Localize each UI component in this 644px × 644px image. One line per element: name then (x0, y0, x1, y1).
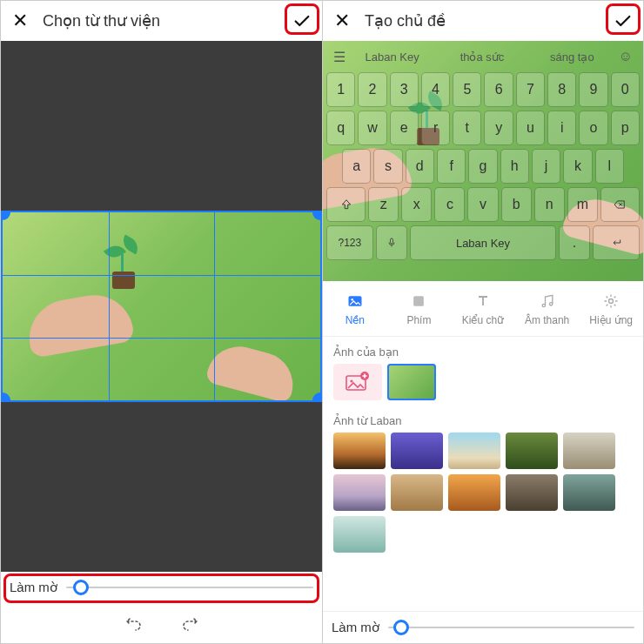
crop-handle-bl[interactable] (1, 392, 10, 402)
confirm-button-right[interactable] (612, 10, 634, 32)
laban-thumb[interactable] (391, 474, 443, 511)
laban-thumb[interactable] (448, 474, 500, 511)
section-laban-images: Ảnh từ Laban (323, 406, 643, 433)
crop-handle-tl[interactable] (1, 211, 10, 220)
menu-icon[interactable]: ☰ (332, 49, 347, 65)
key-3[interactable]: 3 (390, 72, 419, 107)
undo-button[interactable] (124, 611, 144, 635)
tab-sound[interactable]: Âm thanh (515, 281, 580, 336)
key-b[interactable]: b (501, 187, 532, 222)
laban-thumb[interactable] (391, 433, 443, 469)
crop-handle-tr[interactable] (312, 211, 322, 220)
laban-thumbs (323, 433, 643, 558)
section-user-images: Ảnh của bạn (323, 337, 643, 364)
key-d[interactable]: d (406, 149, 434, 184)
key-f[interactable]: f (437, 149, 466, 184)
key-q[interactable]: q (326, 111, 355, 145)
key-4[interactable]: 4 (421, 72, 450, 107)
key-g[interactable]: g (468, 149, 497, 184)
laban-thumb[interactable] (333, 516, 386, 553)
emoji-icon[interactable]: ☺ (617, 49, 634, 64)
blur-slider-right[interactable] (388, 619, 634, 636)
close-icon[interactable]: ✕ (10, 10, 30, 32)
key-mic[interactable] (376, 225, 407, 260)
user-thumb-1[interactable] (387, 364, 436, 400)
undo-redo-row (1, 603, 322, 643)
crop-handle-br[interactable] (312, 392, 322, 402)
music-icon (539, 292, 556, 310)
key-1[interactable]: 1 (326, 72, 355, 107)
key-9[interactable]: 9 (579, 72, 607, 107)
key-a[interactable]: a (342, 149, 371, 184)
add-image-icon (345, 372, 370, 392)
key-2[interactable]: 2 (358, 72, 386, 107)
key-u[interactable]: u (516, 111, 545, 145)
laban-thumb[interactable] (563, 433, 615, 469)
key-row-1: 1234567890 (323, 72, 643, 107)
blur-slider-left[interactable] (66, 579, 313, 596)
key-8[interactable]: 8 (547, 72, 576, 107)
key-7[interactable]: 7 (516, 72, 545, 107)
suggestion-3[interactable]: sáng tạo (527, 50, 617, 64)
key-y[interactable]: y (484, 111, 513, 145)
key-e[interactable]: e (390, 111, 419, 145)
shift-icon (340, 198, 352, 211)
key-0[interactable]: 0 (611, 72, 640, 107)
slider-thumb-left[interactable] (73, 580, 89, 595)
key-enter[interactable] (593, 225, 640, 260)
key-mode[interactable]: ?123 (326, 225, 373, 260)
tab-background[interactable]: Nền (323, 281, 387, 336)
tab-effects[interactable]: Hiệu ứng (579, 281, 643, 336)
key-s[interactable]: s (373, 149, 402, 184)
key-w[interactable]: w (358, 111, 386, 145)
topbar-left: ✕ Chọn từ thư viện (1, 1, 322, 41)
key-space[interactable]: Laban Key (410, 225, 556, 260)
tab-font[interactable]: Kiểu chữ (451, 281, 515, 336)
key-dot[interactable]: . (559, 225, 590, 260)
sparkle-icon (602, 292, 620, 310)
key-row-3: asdfghjkl (323, 149, 643, 184)
theme-tabs: Nền Phím Kiểu chữ Âm thanh Hiệu ứng (323, 281, 643, 337)
laban-thumb[interactable] (563, 474, 615, 511)
laban-thumb[interactable] (333, 433, 386, 469)
key-row-4: zxcvbnm (323, 187, 643, 222)
key-x[interactable]: x (401, 187, 432, 222)
key-5[interactable]: 5 (453, 72, 481, 107)
tab-keys[interactable]: Phím (387, 281, 452, 336)
pane-crop: ✕ Chọn từ thư viện (1, 1, 322, 643)
key-z[interactable]: z (368, 187, 399, 222)
crop-stage[interactable] (1, 41, 322, 572)
key-6[interactable]: 6 (484, 72, 513, 107)
key-v[interactable]: v (467, 187, 498, 222)
key-r[interactable]: r (421, 111, 450, 145)
enter-icon (608, 237, 624, 249)
laban-thumb[interactable] (333, 474, 386, 511)
slider-thumb-right[interactable] (393, 620, 409, 635)
key-j[interactable]: j (532, 149, 560, 184)
image-icon (346, 292, 364, 310)
add-image-button[interactable] (333, 364, 382, 400)
crop-rectangle[interactable] (1, 211, 322, 402)
key-l[interactable]: l (595, 149, 624, 184)
user-thumbs (323, 364, 643, 406)
key-backspace[interactable] (600, 187, 640, 222)
redo-button[interactable] (179, 611, 200, 635)
key-p[interactable]: p (611, 111, 640, 145)
laban-thumb[interactable] (506, 433, 558, 469)
key-k[interactable]: k (563, 149, 592, 184)
laban-thumb[interactable] (506, 474, 558, 511)
key-n[interactable]: n (534, 187, 565, 222)
key-i[interactable]: i (547, 111, 576, 145)
key-shift[interactable] (326, 187, 366, 222)
key-m[interactable]: m (567, 187, 598, 222)
confirm-button-left[interactable] (291, 10, 313, 32)
key-c[interactable]: c (434, 187, 465, 222)
key-o[interactable]: o (579, 111, 607, 145)
text-icon (474, 292, 492, 310)
key-h[interactable]: h (500, 149, 529, 184)
laban-thumb[interactable] (448, 433, 500, 469)
suggestion-1[interactable]: Laban Key (347, 50, 437, 64)
key-t[interactable]: t (453, 111, 481, 145)
suggestion-2[interactable]: thỏa sức (437, 50, 527, 64)
close-icon[interactable]: ✕ (332, 10, 352, 32)
